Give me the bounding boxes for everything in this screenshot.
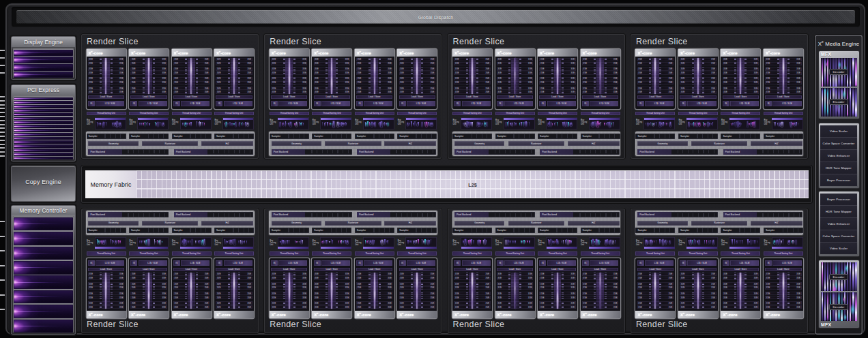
xve-engine: XVE — [130, 301, 149, 305]
xve-label: XVE — [681, 287, 685, 289]
xve-label: XVE — [754, 72, 758, 74]
rtu-glyph — [322, 122, 323, 127]
xve-engine: XVE — [539, 91, 558, 94]
sampler: Sampler — [397, 228, 437, 233]
xve-engine: XVE — [375, 77, 393, 80]
rtu-glyph — [422, 122, 422, 127]
xve-label: XVE — [486, 296, 490, 298]
rtu-glyph — [757, 241, 757, 244]
xve-label: XVE — [540, 82, 545, 84]
instruction-cache-box: IS — [582, 260, 589, 266]
xve-label: XVE — [681, 82, 685, 84]
xve-label: XVE — [497, 78, 502, 80]
xe-core-label: Xe-core — [216, 312, 231, 317]
xve-port-marks — [734, 78, 736, 80]
pixel-backend-label: Pixel Backend — [723, 149, 757, 155]
l1-slm-box: L1$ / SLM — [730, 101, 759, 107]
xve-label: XVE — [528, 87, 532, 89]
xve-port-marks — [411, 292, 413, 294]
rtu-glyph — [552, 241, 553, 243]
xve-engine: XVE — [173, 282, 192, 286]
rtu-glyph — [607, 239, 608, 245]
xve-engine: XVE — [472, 301, 491, 305]
xve-port-marks — [421, 59, 423, 61]
xve-label: XVE — [613, 59, 618, 61]
l1-slm-box: L1$ / SLM — [504, 101, 533, 107]
xve-label: XVE — [754, 273, 758, 275]
xve-engine: XVE — [740, 292, 759, 295]
xve-port-marks — [238, 59, 240, 61]
xve-label: XVE — [302, 283, 306, 285]
xve-label: XVE — [162, 302, 166, 304]
rtu-top-band — [278, 247, 308, 249]
xve-label: XVE — [302, 68, 306, 70]
xve-engine: XVE — [417, 282, 435, 286]
sampler-cells — [693, 134, 717, 138]
xve-engine: XVE — [130, 58, 149, 61]
rtu-glyph — [732, 239, 733, 245]
rtu-glyph — [794, 123, 796, 127]
xve-port-marks — [411, 277, 413, 279]
rtu-glyph — [551, 122, 551, 126]
rtu-glyph — [734, 122, 735, 127]
xve-label: XVE — [315, 273, 319, 275]
rtu-glyph — [347, 241, 348, 245]
xve-engine: XVE — [399, 77, 418, 80]
xe-core-header: Xe-core — [764, 49, 803, 57]
xve-port-marks — [228, 59, 230, 61]
xve-engine: XVE — [472, 72, 491, 75]
xve-port-marks — [476, 82, 478, 84]
xe-core-header: Xe-core — [87, 311, 126, 318]
xve-engine: XVE — [216, 292, 234, 295]
xve-label: XVE — [796, 283, 800, 285]
xve-engine: XVE — [558, 277, 576, 280]
xve-label: XVE — [217, 82, 221, 84]
rtu-glyph — [112, 240, 113, 245]
rtu-glyph — [414, 241, 415, 244]
xe-core-header: Xe-core — [635, 49, 675, 57]
xve-port-marks — [744, 72, 747, 74]
l1-slm-box: L1$ / SLM — [278, 260, 307, 266]
xve-label: XVE — [540, 306, 545, 308]
xve-engine: XVE — [332, 305, 350, 309]
xve-port-marks — [734, 277, 736, 279]
xve-port-marks — [336, 59, 338, 61]
geometry: Geometry — [454, 141, 505, 146]
pixel-backend: Pixel Backend — [88, 212, 169, 217]
xve-engine: XVE — [149, 286, 167, 290]
xve-label: XVE — [162, 283, 166, 285]
xe-core: Xe-coreXVEXVEXVEXVEXVEXVEXVEXVEXVEXVEXVE… — [721, 49, 760, 109]
xve-port-marks — [283, 82, 285, 84]
rtu-label-line: Unit — [313, 123, 320, 125]
xve-engine: XVE — [332, 292, 350, 295]
rtu-glyph — [384, 122, 385, 127]
xve-port-marks — [594, 78, 596, 80]
rtu-glyph — [654, 123, 655, 127]
xve-port-marks — [508, 277, 510, 279]
xve-port-marks — [196, 82, 198, 84]
xve-label: XVE — [89, 287, 93, 289]
xve-port-marks — [734, 82, 736, 84]
xve-port-marks — [421, 306, 423, 308]
xve-label: XVE — [638, 78, 642, 80]
xve-port-marks — [508, 292, 510, 294]
io-lane — [14, 247, 72, 260]
xve-label: XVE — [315, 296, 319, 298]
xve-label: XVE — [205, 91, 209, 93]
xve-label: XVE — [528, 287, 532, 289]
xve-port-marks — [368, 306, 371, 308]
sampler-label: Sampler — [583, 229, 592, 232]
xve-port-marks — [326, 292, 328, 294]
xve-engine: XVE — [723, 81, 741, 84]
xve-engine: XVE — [399, 91, 418, 94]
xve-port-marks — [562, 78, 564, 80]
sampler-cells — [552, 134, 577, 138]
xve-engine: XVE — [216, 77, 234, 80]
xe-core: Xe-coreXVEXVEXVEXVEXVEXVEXVEXVEXVEXVEXVE… — [538, 49, 577, 109]
sampler-label: Sampler — [216, 229, 225, 232]
xve-engine: XVE — [399, 62, 418, 65]
xve-label: XVE — [315, 72, 319, 74]
rtu-glyph — [149, 239, 149, 245]
rtu-glyph — [162, 123, 162, 126]
xve-engine: XVE — [582, 282, 601, 286]
